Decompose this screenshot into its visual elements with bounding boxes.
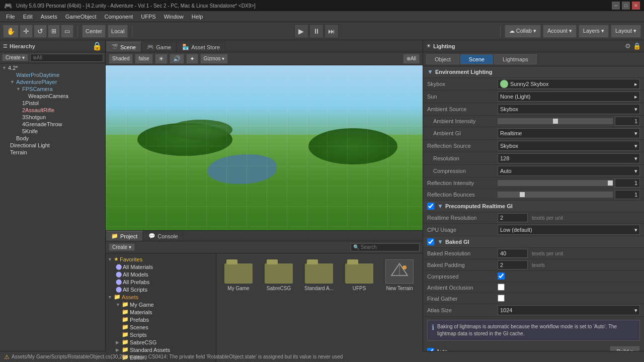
favorites-item[interactable]: ▼ ★ Favorites: [106, 255, 216, 263]
standardassets-tree-item[interactable]: ▶ 📁 Standard Assets: [106, 346, 216, 353]
shading-mode-button[interactable]: Shaded: [109, 54, 133, 64]
hierarchy-item-terrain[interactable]: Terrain: [0, 149, 105, 156]
reflection-intensity-slider[interactable]: [498, 180, 613, 186]
collab-button[interactable]: ☁ Collab ▾: [505, 25, 541, 38]
all-materials-item[interactable]: ⬤ All Materials: [106, 263, 216, 270]
inspector-settings-icon[interactable]: ⚙: [625, 42, 631, 50]
asset-sabrecsg[interactable]: SabreCSG: [261, 257, 297, 293]
reflection-source-dropdown[interactable]: Skybox ▾: [498, 141, 640, 151]
ambient-source-dropdown[interactable]: Skybox ▾: [498, 104, 640, 114]
sun-dropdown[interactable]: None (Light) ▸: [498, 92, 640, 102]
materials-tree-item[interactable]: 📁 Materials: [106, 308, 216, 316]
hierarchy-item-dirlight[interactable]: Directional Light: [0, 142, 105, 149]
baked-gi-enabled[interactable]: [427, 238, 434, 245]
tab-scene[interactable]: Scene: [460, 54, 493, 64]
reflection-intensity-input[interactable]: [615, 178, 640, 188]
menu-help[interactable]: Help: [188, 13, 207, 21]
hierarchy-item-adventureplayer[interactable]: ▼ AdventurePlayer: [0, 78, 105, 85]
rotate-tool[interactable]: ↺: [34, 25, 47, 38]
final-gather-checkbox[interactable]: [498, 295, 505, 302]
cpu-usage-dropdown[interactable]: Low (default) ▾: [498, 225, 640, 235]
layout-button[interactable]: Layout ▾: [611, 25, 641, 38]
asset-mygame[interactable]: My Game: [220, 257, 257, 293]
baked-padding-input[interactable]: [498, 260, 528, 269]
hierarchy-item-shotgun[interactable]: 3Shotgun: [0, 114, 105, 121]
menu-assets[interactable]: Assets: [37, 13, 61, 21]
assets-item[interactable]: ▼ 📁 Assets: [106, 293, 216, 301]
ambient-gi-dropdown[interactable]: Realtime ▾: [498, 128, 640, 138]
tab-object[interactable]: Object: [426, 54, 459, 64]
asset-newterrain[interactable]: New Terrain: [381, 257, 418, 293]
hierarchy-item-assaultrifle[interactable]: 2AssaultRifle: [0, 107, 105, 114]
hierarchy-lock-icon[interactable]: 🔒: [92, 41, 102, 51]
step-button[interactable]: ⏭: [325, 24, 339, 38]
center-button[interactable]: Center: [82, 25, 106, 38]
project-search-input[interactable]: [351, 243, 420, 251]
scene-viewport[interactable]: [106, 65, 423, 230]
lighting-toggle[interactable]: ☀: [155, 54, 168, 64]
project-create-button[interactable]: Create ▾: [109, 243, 135, 251]
baked-resolution-input[interactable]: [498, 249, 528, 258]
menu-edit[interactable]: Edit: [19, 13, 37, 21]
realtime-resolution-input[interactable]: [498, 213, 528, 222]
hierarchy-item-waterproday[interactable]: ▶ WaterProDaytime: [0, 71, 105, 78]
hierarchy-item-weaponcamera[interactable]: ▶ WeaponCamera: [0, 93, 105, 100]
inspector-lock-icon[interactable]: 🔒: [633, 42, 641, 50]
scripts-tree-item[interactable]: 📁 Scripts: [106, 331, 216, 338]
reflection-bounces-slider[interactable]: [498, 192, 613, 198]
compression-dropdown[interactable]: Auto ▾: [498, 166, 640, 176]
auto-checkbox[interactable]: [427, 348, 434, 351]
audio-toggle[interactable]: 🔊: [170, 54, 184, 64]
menu-ufps[interactable]: UFPS: [137, 13, 159, 21]
asset-ufps[interactable]: UFPS: [341, 257, 377, 293]
minimize-button[interactable]: ─: [612, 2, 620, 10]
reflection-bounces-input[interactable]: [615, 190, 640, 199]
all-layers-button[interactable]: ⊕All: [403, 54, 420, 64]
move-tool[interactable]: ✛: [20, 25, 33, 38]
close-button[interactable]: ✕: [632, 2, 640, 10]
resolution-dropdown[interactable]: 128 ▾: [498, 153, 640, 163]
all-prefabs-item[interactable]: ⬤ All Prefabs: [106, 278, 216, 286]
menu-window[interactable]: Window: [160, 13, 188, 21]
effects-toggle[interactable]: ✦: [186, 54, 198, 64]
all-models-item[interactable]: ⬤ All Models: [106, 270, 216, 278]
menu-file[interactable]: File: [2, 13, 19, 21]
hierarchy-item-grenade[interactable]: 4GrenadeThrow: [0, 121, 105, 128]
local-button[interactable]: Local: [108, 25, 128, 38]
tab-asset-store[interactable]: 🏪 Asset Store: [177, 42, 225, 52]
tab-scene[interactable]: 🎬 Scene: [106, 42, 141, 52]
tab-lightmaps[interactable]: Lightmaps: [494, 54, 537, 64]
hand-tool[interactable]: ✋: [3, 25, 19, 38]
hierarchy-create-button[interactable]: Create ▾: [2, 54, 28, 61]
compressed-checkbox[interactable]: [498, 273, 505, 280]
layers-button[interactable]: Layers ▾: [579, 25, 609, 38]
maximize-button[interactable]: □: [622, 2, 630, 10]
all-scripts-item[interactable]: ⬤ All Scripts: [106, 286, 216, 293]
prefabs-tree-item[interactable]: 📁 Prefabs: [106, 316, 216, 323]
2d-toggle[interactable]: false: [135, 54, 152, 64]
rect-tool[interactable]: ▭: [61, 25, 73, 38]
ambient-intensity-slider[interactable]: [498, 118, 613, 124]
mygame-tree-item[interactable]: ▼ 📁 My Game: [106, 301, 216, 308]
baked-gi-section[interactable]: ▼ Baked GI: [423, 236, 644, 248]
precomputed-gi-section[interactable]: ▼ Precomputed Realtime GI: [423, 201, 644, 212]
ambient-intensity-input[interactable]: [615, 117, 640, 126]
skybox-dropdown[interactable]: Sunny2 Skybox ▸: [498, 79, 640, 89]
environment-lighting-section[interactable]: ▼ Environment Lighting: [423, 66, 644, 78]
menu-component[interactable]: Component: [100, 13, 137, 21]
tab-game[interactable]: 🎮 Game: [141, 42, 177, 52]
pause-button[interactable]: ⏸: [309, 24, 324, 38]
hierarchy-item-pistol[interactable]: 1Pistol: [0, 100, 105, 107]
account-button[interactable]: Account ▾: [543, 25, 577, 38]
hierarchy-search[interactable]: [30, 54, 103, 62]
hierarchy-item-knife[interactable]: 5Knife: [0, 128, 105, 135]
tab-console[interactable]: 💬 Console: [143, 231, 183, 241]
gizmos-button[interactable]: Gizmos ▾: [200, 54, 228, 64]
hierarchy-item-body[interactable]: Body: [0, 135, 105, 142]
hierarchy-item-scene[interactable]: ▼ 4.2*: [0, 64, 105, 71]
scale-tool[interactable]: ⊞: [48, 25, 60, 38]
tab-project[interactable]: 📁 Project: [106, 231, 143, 241]
menu-gameobject[interactable]: GameObject: [61, 13, 101, 21]
sabreCSG-tree-item[interactable]: ▶ 📁 SabreCSG: [106, 338, 216, 346]
play-button[interactable]: ▶: [294, 24, 308, 38]
